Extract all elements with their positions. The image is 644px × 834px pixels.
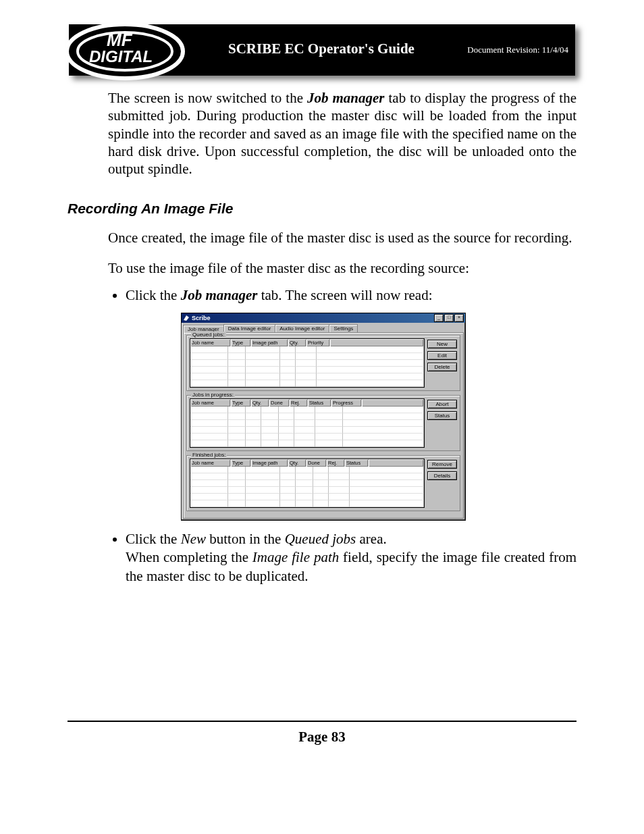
close-button[interactable]: × <box>454 314 464 322</box>
col-status[interactable]: Status <box>308 399 331 407</box>
table-row <box>190 500 424 507</box>
group-queued-jobs: Queued jobs: Job name Type Image path Qt… <box>186 335 460 391</box>
para-once-created: Once created, the image file of the mast… <box>108 229 576 246</box>
table-row <box>190 353 424 360</box>
page-number: Page 83 <box>0 729 644 746</box>
group-label-finished: Finished jobs: <box>191 452 227 458</box>
minimize-button[interactable]: _ <box>434 314 444 322</box>
col-status[interactable]: Status <box>345 459 369 467</box>
table-row <box>190 473 424 480</box>
col-image-path[interactable]: Image path <box>251 459 288 467</box>
table-row <box>190 346 424 353</box>
delete-button[interactable]: Delete <box>427 363 457 371</box>
col-rej[interactable]: Rej. <box>327 459 345 467</box>
mf-digital-logo: MF DIGITAL <box>63 18 186 85</box>
group-label-progress: Jobs in progress: <box>191 392 235 398</box>
col-job-name[interactable]: Job name <box>190 339 231 346</box>
remove-button[interactable]: Remove <box>427 460 457 469</box>
col-rej[interactable]: Rej. <box>290 399 308 407</box>
bullet-click-new: Click the New button in the Queued jobs … <box>126 530 576 585</box>
table-row <box>190 407 424 413</box>
table-row <box>190 367 424 373</box>
table-row <box>190 434 424 440</box>
col-done[interactable]: Done <box>269 399 290 407</box>
table-row <box>190 467 424 473</box>
table-row <box>190 420 424 427</box>
svg-text:DIGITAL: DIGITAL <box>89 47 153 66</box>
table-row <box>190 380 424 387</box>
abort-button[interactable]: Abort <box>427 400 457 409</box>
col-type[interactable]: Type <box>231 459 251 467</box>
grid-finished[interactable]: Job name Type Image path Qty. Done Rej. … <box>190 459 425 508</box>
footer-divider <box>68 721 576 722</box>
table-row <box>190 427 424 434</box>
new-button[interactable]: New <box>427 340 457 348</box>
maximize-button[interactable]: □ <box>444 314 454 322</box>
tab-data-image-editor[interactable]: Data Image editor <box>223 324 276 332</box>
para-job-manager-switch: The screen is now switched to the Job ma… <box>108 89 576 178</box>
group-jobs-in-progress: Jobs in progress: Job name Type Qty. Don… <box>186 395 460 451</box>
grid-progress[interactable]: Job name Type Qty. Done Rej. Status Prog… <box>190 398 425 448</box>
col-priority[interactable]: Priority <box>306 339 330 346</box>
para-to-use: To use the image file of the master disc… <box>108 259 576 277</box>
app-icon <box>183 315 190 321</box>
table-row <box>190 373 424 380</box>
table-row <box>190 480 424 487</box>
header-revision: Document Revision: 11/4/04 <box>467 45 568 55</box>
bullet-click-job-manager: Click the Job manager tab. The screen wi… <box>126 286 576 305</box>
tab-settings[interactable]: Settings <box>329 324 358 332</box>
titlebar: Scribe _ □ × <box>182 313 465 323</box>
table-row <box>190 440 424 447</box>
section-heading-recording: Recording An Image File <box>68 201 576 217</box>
status-button[interactable]: Status <box>427 411 457 420</box>
edit-button[interactable]: Edit <box>427 351 457 360</box>
group-label-queued: Queued jobs: <box>191 332 226 338</box>
header-title: SCRIBE EC Operator's Guide <box>228 41 414 57</box>
col-job-name[interactable]: Job name <box>190 399 231 407</box>
table-row <box>190 360 424 367</box>
col-done[interactable]: Done <box>306 459 327 467</box>
col-type[interactable]: Type <box>231 399 251 407</box>
group-finished-jobs: Finished jobs: Job name Type Image path … <box>186 455 460 511</box>
col-qty[interactable]: Qty. <box>288 459 306 467</box>
tab-audio-image-editor[interactable]: Audio Image editor <box>275 324 329 332</box>
table-row <box>190 487 424 494</box>
table-row <box>190 413 424 420</box>
col-progress[interactable]: Progress <box>331 399 362 407</box>
page-header: MF DIGITAL SCRIBE EC Operator's Guide Do… <box>69 24 575 76</box>
col-qty[interactable]: Qty. <box>251 399 269 407</box>
col-job-name[interactable]: Job name <box>190 459 231 467</box>
col-qty[interactable]: Qty. <box>288 339 306 346</box>
table-row <box>190 494 424 500</box>
details-button[interactable]: Details <box>427 471 457 480</box>
col-type[interactable]: Type <box>231 339 251 346</box>
window-title: Scribe <box>192 315 211 321</box>
grid-queued[interactable]: Job name Type Image path Qty. Priority <box>190 338 425 388</box>
scribe-app-window: Scribe _ □ × Job manager Data Image edit… <box>181 313 466 521</box>
col-image-path[interactable]: Image path <box>251 339 288 346</box>
